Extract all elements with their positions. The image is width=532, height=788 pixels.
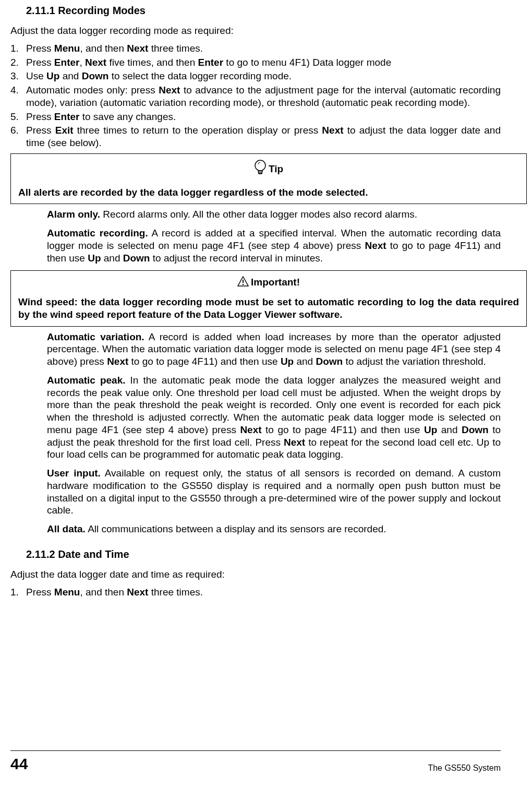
svg-point-0: [255, 160, 265, 171]
mode-title: User input.: [47, 468, 101, 479]
intro-text: Adjust the data logger date and time as …: [10, 568, 501, 581]
important-box: Important! Wind speed: the data logger r…: [10, 270, 527, 326]
step-number: 3.: [10, 70, 26, 82]
tip-body: All alerts are recorded by the data logg…: [18, 186, 519, 199]
step-5: 5. Press Enter to save any changes.: [10, 111, 501, 123]
step-text: Press Enter, Next five times, and then E…: [26, 56, 501, 69]
important-body: Wind speed: the data logger recording mo…: [18, 296, 519, 321]
page-number: 44: [10, 754, 28, 774]
step-text: Press Enter to save any changes.: [26, 111, 501, 123]
step-text: Use Up and Down to select the data logge…: [26, 70, 501, 82]
step-text: Press Exit three times to return to the …: [26, 124, 501, 149]
step-text: Press Menu, and then Next three times.: [26, 42, 501, 55]
section-title: Recording Modes: [58, 5, 146, 16]
mode-title: All data.: [47, 523, 86, 534]
mode-title: Automatic variation.: [47, 331, 144, 342]
svg-point-5: [243, 284, 244, 285]
tip-label: Tip: [269, 163, 283, 174]
step-number: 5.: [10, 111, 26, 123]
mode-automatic-peak: Automatic peak. In the automatic peak mo…: [47, 374, 501, 461]
step-number: 1.: [10, 42, 26, 55]
section-number: 2.11.1: [26, 5, 55, 16]
intro-text: Adjust the data logger recording mode as…: [10, 25, 501, 37]
mode-body: All communications between a display and…: [86, 523, 386, 534]
mode-user-input: User input. Available on request only, t…: [47, 467, 501, 517]
step-text: Automatic modes only: press Next to adva…: [26, 84, 501, 109]
mode-body: Record alarms only. All the other data l…: [100, 209, 417, 220]
step-number: 2.: [10, 56, 26, 69]
step-number: 1.: [10, 586, 26, 599]
section-title: Date and Time: [58, 548, 129, 560]
page-footer: 44 The GS550 System: [10, 750, 501, 774]
lightbulb-icon: [254, 159, 267, 180]
section-number: 2.11.2: [26, 548, 55, 560]
document-title: The GS550 System: [428, 763, 501, 773]
step-3: 3. Use Up and Down to select the data lo…: [10, 70, 501, 82]
tip-header: Tip: [18, 159, 519, 180]
mode-automatic-recording: Automatic recording. A record is added a…: [47, 227, 501, 264]
step-2: 2. Press Enter, Next five times, and the…: [10, 56, 501, 69]
steps-list-2: 1. Press Menu, and then Next three times…: [10, 586, 501, 599]
step-4: 4. Automatic modes only: press Next to a…: [10, 84, 501, 109]
mode-alarm-only: Alarm only. Record alarms only. All the …: [47, 208, 501, 221]
mode-body: Available on request only, the status of…: [47, 468, 501, 516]
steps-list-1: 1. Press Menu, and then Next three times…: [10, 42, 501, 149]
important-label: Important!: [251, 277, 300, 288]
step-6: 6. Press Exit three times to return to t…: [10, 124, 501, 149]
mode-title: Alarm only.: [47, 209, 100, 220]
step-1: 1. Press Menu, and then Next three times…: [10, 42, 501, 55]
section-heading-recording-modes: 2.11.1 Recording Modes: [26, 4, 501, 17]
mode-automatic-variation: Automatic variation. A record is added w…: [47, 331, 501, 368]
step-number: 4.: [10, 84, 26, 109]
section-heading-date-time: 2.11.2 Date and Time: [26, 548, 501, 561]
step-text: Press Menu, and then Next three times.: [26, 586, 501, 599]
mode-title: Automatic recording.: [47, 228, 148, 238]
step-1: 1. Press Menu, and then Next three times…: [10, 586, 501, 599]
step-number: 6.: [10, 124, 26, 149]
mode-all-data: All data. All communications between a d…: [47, 523, 501, 535]
tip-box: Tip All alerts are recorded by the data …: [10, 153, 527, 205]
warning-icon: [237, 276, 249, 290]
mode-title: Automatic peak.: [47, 375, 126, 386]
important-header: Important!: [18, 276, 519, 290]
